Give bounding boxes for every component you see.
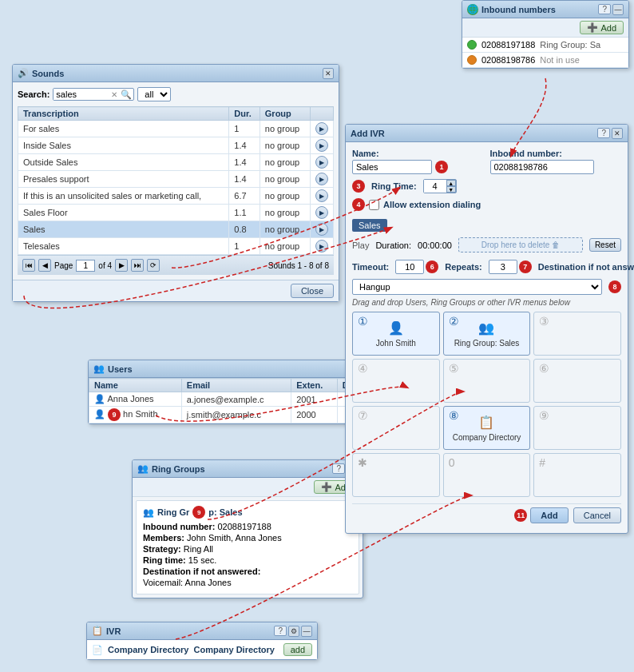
status-1: Ring Group: Sa — [540, 40, 600, 50]
close-btn[interactable]: Close — [291, 284, 334, 298]
inbound-add-row: ➕ Add — [462, 18, 628, 38]
ivr-add-btn[interactable]: add — [283, 643, 312, 656]
play-btn-1[interactable]: ▶ — [315, 139, 328, 152]
sounds-close-btn[interactable]: ✕ — [323, 68, 334, 79]
play-btn-0[interactable]: ▶ — [315, 122, 328, 135]
ivr-cell-1[interactable]: ②👥Ring Group: Sales — [443, 312, 531, 356]
ivr-settings-btn[interactable]: ⚙ — [288, 626, 299, 637]
ivr-cell-9[interactable]: ✱ — [352, 453, 440, 497]
rg-voicemail: Voicemail: Anna Jones — [143, 578, 352, 587]
sounds-row-3[interactable]: Presales support 1.4 no group ▶ — [18, 171, 334, 188]
ivr-min-btn[interactable]: — — [301, 626, 312, 637]
page-input[interactable] — [76, 260, 95, 272]
play-label: Play — [352, 241, 369, 250]
add-ivr-submit-btn[interactable]: Add — [530, 507, 568, 523]
user-row-john[interactable]: 👤 9 hn Smith j.smith@example.c 2000 — [89, 407, 359, 423]
ringgroup-detail: 👥 Ring Gr9p: Sales Inbound number: 02088… — [136, 500, 359, 594]
page-prev-btn[interactable]: ◀ — [38, 259, 51, 272]
sounds-row-4[interactable]: If this is an unsolicited sales or marke… — [18, 188, 334, 205]
sounds-row-0[interactable]: For sales 1 no group ▶ — [18, 121, 334, 137]
ivr-grid: ①👤John Smith②👥Ring Group: Sales③④⑤⑥⑦⑧📋Co… — [352, 312, 621, 497]
ivr-help-btn[interactable]: ? — [274, 626, 287, 636]
count-info: Sounds 1 - 8 of 8 — [268, 261, 329, 270]
ivr-cell-4[interactable]: ⑤ — [443, 359, 531, 403]
ivr-pos-8: ⑨ — [539, 409, 549, 422]
rg-help-btn[interactable]: ? — [332, 463, 345, 474]
page-next-btn[interactable]: ▶ — [115, 259, 128, 272]
add-icon: ➕ — [587, 22, 598, 33]
timeout-row: Timeout: 6 Repeats: 7 Destination if not… — [352, 260, 621, 274]
ivr-cell-10[interactable]: 0 — [443, 453, 531, 497]
search-input[interactable] — [53, 89, 109, 100]
sounds-row-2[interactable]: Outside Sales 1.4 no group ▶ — [18, 154, 334, 171]
ring-time-spinner: ▲ ▼ — [446, 180, 456, 193]
ivr-label-7: Company Directory — [453, 433, 521, 442]
inbound-help-btn[interactable]: ? — [598, 4, 611, 14]
ring-time-down[interactable]: ▼ — [446, 186, 456, 193]
ivr-cell-5[interactable]: ⑥ — [533, 359, 621, 403]
inbound-add-btn[interactable]: ➕ Add — [580, 21, 624, 34]
ivr-cell-6[interactable]: ⑦ — [352, 406, 440, 450]
name-input[interactable] — [352, 160, 432, 174]
ivr-cell-3[interactable]: ④ — [352, 359, 440, 403]
add-ivr-controls: ? ✕ — [597, 128, 623, 139]
user-row-anna[interactable]: 👤 Anna Jones a.jones@example.c 2001 — [89, 392, 359, 407]
ivr-cell-8[interactable]: ⑨ — [533, 406, 621, 450]
users-content: Name Email Exten. D 👤 Anna Jones a.jones… — [89, 378, 359, 423]
play-btn-5[interactable]: ▶ — [315, 206, 328, 219]
sounds-row-7[interactable]: Telesales 1 no group ▶ — [18, 238, 334, 255]
pagination: ⏮ ◀ Page of 4 ▶ ⏭ ⟳ Sounds 1 - 8 of 8 — [18, 255, 334, 275]
allow-ext-checkbox[interactable] — [369, 200, 379, 210]
name-inbound-row: Name: 1 Inbound number: — [352, 149, 621, 174]
ivr-cell-2[interactable]: ③ — [533, 312, 621, 356]
ringgroups-panel: 👥 Ring Groups ? — ➕ Add 👥 Ring Gr9p: Sal… — [132, 459, 363, 598]
ring-time-label: Ring Time: — [371, 181, 417, 191]
play-btn-6[interactable]: ▶ — [315, 223, 328, 236]
sounds-dur-6: 0.8 — [229, 221, 260, 238]
inbound-item-2[interactable]: 02088198786 Not in use — [462, 53, 628, 68]
page-last-btn[interactable]: ⏭ — [131, 259, 144, 272]
page-first-btn[interactable]: ⏮ — [22, 259, 35, 272]
ivr-pos-3: ④ — [358, 362, 368, 375]
add-ivr-close-btn[interactable]: ✕ — [612, 128, 623, 139]
filter-select[interactable]: all — [137, 87, 171, 101]
ring-time-up[interactable]: ▲ — [446, 180, 456, 186]
inbound-min-btn[interactable]: — — [612, 4, 624, 15]
repeats-input[interactable] — [489, 260, 517, 274]
repeats-group: 7 — [489, 260, 532, 274]
drop-zone[interactable]: Drop here to delete 🗑 — [458, 237, 583, 252]
cancel-btn[interactable]: Cancel — [573, 507, 621, 523]
sounds-name-3: Presales support — [18, 171, 229, 188]
badge-1: 1 — [435, 161, 448, 173]
ringgroups-icon: 👥 — [137, 463, 149, 474]
play-btn-7[interactable]: ▶ — [315, 240, 328, 252]
sounds-row-5[interactable]: Sales Floor 1.1 no group ▶ — [18, 205, 334, 221]
inbound-num-input[interactable] — [490, 160, 594, 174]
search-go-btn[interactable]: 🔍 — [119, 89, 133, 100]
ivr-pos-2: ③ — [539, 315, 549, 328]
play-btn-4[interactable]: ▶ — [315, 189, 328, 202]
sounds-name-0: For sales — [18, 121, 229, 137]
search-clear-btn[interactable]: ✕ — [109, 90, 119, 99]
dest-select[interactable]: Hangup — [352, 279, 602, 295]
col-dur: Dur. — [229, 107, 260, 121]
rg-inbound: Inbound number: 02088197188 — [143, 522, 352, 531]
sounds-row-6[interactable]: Sales 0.8 no group ▶ — [18, 221, 334, 238]
inbound-item-1[interactable]: 02088197188 Ring Group: Sa — [462, 38, 628, 53]
play-btn-3[interactable]: ▶ — [315, 173, 328, 185]
badge-8: 8 — [608, 280, 621, 293]
sounds-group-6: no group — [260, 221, 310, 238]
ring-time-input[interactable] — [424, 180, 446, 193]
refresh-btn[interactable]: ⟳ — [147, 259, 160, 272]
sounds-row-1[interactable]: Inside Sales 1.4 no group ▶ — [18, 137, 334, 154]
sounds-panel: 🔊 Sounds ✕ Search: ✕ 🔍 all Transcription… — [12, 64, 339, 302]
ivr-cell-11[interactable]: # — [533, 453, 621, 497]
duration-value: 00:00:00 — [418, 241, 452, 250]
ivr-cell-7[interactable]: ⑧📋Company Directory — [443, 406, 531, 450]
reset-btn[interactable]: Reset — [589, 238, 621, 252]
ivr-cell-0[interactable]: ①👤John Smith — [352, 312, 440, 356]
add-ivr-help-btn[interactable]: ? — [597, 128, 610, 138]
play-btn-2[interactable]: ▶ — [315, 156, 328, 169]
timeout-input[interactable] — [395, 260, 424, 274]
users-titlebar: 👥 Users — [89, 360, 359, 378]
